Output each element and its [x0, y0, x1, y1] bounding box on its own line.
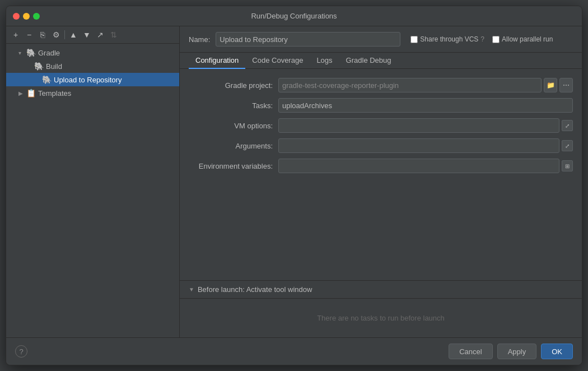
share-vcs-help-icon[interactable]: ?	[480, 35, 484, 43]
vm-options-field: ⤢	[278, 118, 573, 133]
remove-config-button[interactable]: −	[23, 29, 35, 41]
move-down-button[interactable]: ▼	[81, 29, 93, 41]
name-label: Name:	[189, 35, 210, 44]
tree-item-gradle-label: Gradle	[38, 49, 60, 57]
before-launch-body: There are no tasks to run before launch	[180, 298, 582, 337]
gradle-project-row: Gradle project: 📁 ⋯	[189, 78, 573, 92]
tab-code-coverage[interactable]: Code Coverage	[245, 53, 310, 69]
tree-item-templates-label: Templates	[38, 89, 71, 98]
copy-config-button[interactable]: ⎘	[36, 29, 49, 41]
gradle-project-label: Gradle project:	[189, 81, 278, 90]
settings-config-button[interactable]: ⚙	[50, 29, 62, 41]
before-launch-header[interactable]: ▼ Before launch: Activate tool window	[180, 281, 582, 298]
share-vcs-checkbox[interactable]	[410, 36, 418, 43]
arguments-field: ⤢	[278, 138, 573, 153]
sidebar: + − ⎘ ⚙ ▲ ▼ ↗ ⇅ ▾ 🐘 Gradle	[6, 26, 180, 337]
share-vcs-label: Share through VCS	[420, 35, 478, 43]
arguments-row: Arguments: ⤢	[189, 138, 573, 153]
env-vars-row: Environment variables: ⊞	[189, 159, 573, 173]
vm-options-label: VM options:	[189, 122, 278, 130]
move-up-button[interactable]: ▲	[67, 29, 80, 41]
tree-item-upload[interactable]: 🐘 Upload to Repository	[6, 73, 179, 86]
tree-item-build[interactable]: 🐘 Build	[6, 59, 179, 73]
allow-parallel-checkbox-label[interactable]: Allow parallel run	[492, 35, 553, 43]
close-button[interactable]	[13, 13, 20, 20]
before-launch-empty-message: There are no tasks to run before launch	[317, 314, 445, 322]
arrow-icon-templates: ▶	[18, 90, 26, 96]
ok-button[interactable]: OK	[541, 344, 573, 359]
expand-icon-2: ⤢	[565, 143, 570, 149]
env-vars-input[interactable]	[278, 159, 559, 173]
bottom-left: ?	[15, 345, 27, 358]
header-checkboxes: Share through VCS ? Allow parallel run	[410, 35, 553, 43]
tasks-label: Tasks:	[189, 101, 278, 110]
tasks-row: Tasks:	[189, 98, 573, 113]
vm-options-expand-btn[interactable]: ⤢	[562, 120, 573, 131]
run-debug-dialog: Run/Debug Configurations + − ⎘ ⚙ ▲ ▼ ↗ ⇅…	[6, 6, 582, 365]
apply-button[interactable]: Apply	[497, 344, 537, 359]
config-content: Gradle project: 📁 ⋯ Tasks:	[180, 69, 582, 280]
tab-gradle-debug[interactable]: Gradle Debug	[339, 53, 398, 69]
expand-icon-3: ⊞	[565, 163, 570, 169]
dialog-title: Run/Debug Configurations	[251, 12, 337, 20]
vm-options-row: VM options: ⤢	[189, 118, 573, 133]
cancel-button[interactable]: Cancel	[449, 344, 492, 359]
traffic-lights	[13, 13, 40, 20]
tree-item-build-label: Build	[46, 62, 62, 71]
arguments-expand-btn[interactable]: ⤢	[562, 140, 573, 151]
upload-icon: 🐘	[42, 75, 52, 84]
bottom-right: Cancel Apply OK	[449, 344, 573, 359]
templates-icon: 📋	[26, 89, 36, 98]
tree-item-gradle[interactable]: ▾ 🐘 Gradle	[6, 46, 179, 59]
arrow-icon: ▾	[18, 50, 26, 56]
more-icon: ⋯	[563, 81, 570, 89]
allow-parallel-label: Allow parallel run	[502, 35, 553, 43]
tree-item-templates[interactable]: ▶ 📋 Templates	[6, 86, 179, 100]
vm-options-input[interactable]	[278, 118, 559, 133]
tasks-input[interactable]	[278, 98, 573, 113]
tabs-bar: Configuration Code Coverage Logs Gradle …	[180, 53, 582, 69]
tasks-field	[278, 98, 573, 113]
before-launch-arrow-icon: ▼	[189, 286, 194, 293]
toolbar-separator	[64, 30, 65, 39]
title-bar: Run/Debug Configurations	[6, 6, 582, 26]
allow-parallel-checkbox[interactable]	[492, 36, 500, 43]
sidebar-toolbar: + − ⎘ ⚙ ▲ ▼ ↗ ⇅	[6, 26, 179, 44]
gradle-project-input[interactable]	[278, 78, 542, 92]
main-content: + − ⎘ ⚙ ▲ ▼ ↗ ⇅ ▾ 🐘 Gradle	[6, 26, 582, 337]
env-vars-expand-btn[interactable]: ⊞	[562, 160, 573, 171]
move-to-button[interactable]: ↗	[94, 29, 106, 41]
maximize-button[interactable]	[33, 13, 40, 20]
tree-item-upload-label: Upload to Repository	[54, 76, 122, 84]
env-vars-label: Environment variables:	[189, 162, 278, 170]
arguments-label: Arguments:	[189, 142, 278, 150]
name-row: Name: Share through VCS ? Allow parallel…	[180, 26, 582, 53]
gradle-icon: 🐘	[26, 48, 36, 57]
arguments-input[interactable]	[278, 138, 559, 153]
before-launch-label: Before launch: Activate tool window	[198, 285, 312, 294]
gradle-project-more-btn[interactable]: ⋯	[559, 78, 573, 92]
bottom-bar: ? Cancel Apply OK	[6, 337, 582, 365]
add-config-button[interactable]: +	[10, 29, 22, 41]
before-launch-section: ▼ Before launch: Activate tool window Th…	[180, 280, 582, 337]
tab-logs[interactable]: Logs	[310, 53, 339, 69]
name-input[interactable]	[216, 32, 400, 47]
help-button[interactable]: ?	[15, 345, 27, 358]
tab-configuration[interactable]: Configuration	[189, 53, 245, 69]
expand-icon: ⤢	[565, 123, 570, 129]
right-panel: Name: Share through VCS ? Allow parallel…	[180, 26, 582, 337]
sort-button[interactable]: ⇅	[108, 29, 120, 41]
run-icon: 🐘	[34, 62, 44, 71]
folder-icon: 📁	[547, 81, 555, 89]
share-vcs-checkbox-label[interactable]: Share through VCS ?	[410, 35, 484, 43]
env-vars-field: ⊞	[278, 159, 573, 173]
config-tree: ▾ 🐘 Gradle 🐘 Build 🐘 Upload to Repositor…	[6, 44, 179, 337]
minimize-button[interactable]	[23, 13, 30, 20]
gradle-project-field: 📁 ⋯	[278, 78, 573, 92]
gradle-project-browse-icon-btn[interactable]: 📁	[544, 78, 557, 92]
